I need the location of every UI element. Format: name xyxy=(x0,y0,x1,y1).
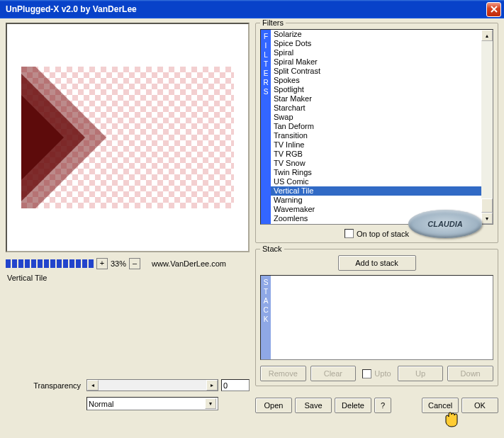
upto-checkbox[interactable] xyxy=(362,369,371,378)
blend-mode-value: Normal xyxy=(89,400,113,408)
transparency-input[interactable] xyxy=(221,379,250,391)
delete-button[interactable]: Delete xyxy=(335,398,371,413)
stack-list[interactable]: STACK xyxy=(260,275,493,360)
blend-mode-dropdown[interactable]: Normal ▾ xyxy=(86,397,218,410)
zoom-value: 33% xyxy=(111,259,126,268)
filter-item[interactable]: US Comic xyxy=(271,177,481,186)
preview-panel xyxy=(6,23,250,252)
open-button[interactable]: Open xyxy=(255,398,292,413)
chevron-left-icon[interactable]: ◂ xyxy=(87,380,99,391)
ontop-checkbox[interactable] xyxy=(345,229,354,238)
zoom-progress xyxy=(6,259,94,268)
filter-item[interactable]: Zoomlens xyxy=(271,214,481,223)
vendor-url: www.VanDerLee.com xyxy=(152,259,226,268)
stack-legend: Stack xyxy=(260,245,284,253)
chevron-right-icon[interactable]: ▸ xyxy=(206,380,218,391)
cancel-button[interactable]: Cancel xyxy=(422,398,459,413)
filter-item[interactable]: Spokes xyxy=(271,76,481,85)
filter-item[interactable]: Swap xyxy=(271,113,481,122)
filter-item[interactable]: Starchart xyxy=(271,103,481,113)
filter-item[interactable]: TV Inline xyxy=(271,140,481,150)
upto-label: Upto xyxy=(374,369,391,378)
save-button[interactable]: Save xyxy=(295,398,332,413)
down-button[interactable]: Down xyxy=(447,366,493,381)
chevron-up-icon[interactable]: ▴ xyxy=(481,30,493,41)
up-button[interactable]: Up xyxy=(398,366,444,381)
filter-item[interactable]: Vertical Tile xyxy=(271,186,481,196)
transparency-label: Transparency xyxy=(6,381,84,390)
filter-item[interactable]: Transition xyxy=(271,131,481,140)
filter-item[interactable]: Warning xyxy=(271,196,481,205)
filter-item[interactable]: Spice Dots xyxy=(271,39,481,48)
ontop-label: On top of stack xyxy=(357,230,409,238)
filters-list[interactable]: SolarizeSpice DotsSpiralSpiral MakerSpli… xyxy=(271,30,481,224)
window-title: UnPlugged-X v2.0 by VanDerLee xyxy=(3,4,486,14)
filters-legend: Filters xyxy=(260,18,286,27)
filter-item[interactable]: Star Maker xyxy=(271,94,481,103)
clear-button[interactable]: Clear xyxy=(310,366,357,381)
filter-item[interactable]: Twin Rings xyxy=(271,168,481,177)
zoom-in-button[interactable]: + xyxy=(96,258,108,269)
filter-item[interactable]: TV Snow xyxy=(271,159,481,168)
filters-tab[interactable]: FILTERS xyxy=(261,30,271,224)
scrollbar-thumb[interactable] xyxy=(481,198,493,213)
filter-item[interactable]: Spiral Maker xyxy=(271,57,481,67)
titlebar: UnPlugged-X v2.0 by VanDerLee xyxy=(0,0,504,18)
filter-item[interactable]: Wavemaker xyxy=(271,205,481,214)
transparency-scrollbar[interactable]: ◂ ▸ xyxy=(86,379,218,391)
stack-tab[interactable]: STACK xyxy=(261,276,271,359)
preview-image xyxy=(21,67,234,208)
filter-item[interactable]: Spiral xyxy=(271,48,481,57)
help-button[interactable]: ? xyxy=(374,398,391,413)
add-to-stack-button[interactable]: Add to stack xyxy=(338,255,416,271)
selected-filter-caption: Vertical Tile xyxy=(7,274,250,282)
ok-button[interactable]: OK xyxy=(461,398,498,413)
filter-item[interactable]: Tan Deform xyxy=(271,122,481,131)
remove-button[interactable]: Remove xyxy=(260,366,306,381)
filter-item[interactable]: TV RGB xyxy=(271,150,481,159)
chevron-down-icon[interactable]: ▾ xyxy=(481,213,493,224)
chevron-down-icon[interactable]: ▾ xyxy=(205,398,216,409)
filter-item[interactable]: Spotlight xyxy=(271,85,481,94)
filter-item[interactable]: Split Contrast xyxy=(271,67,481,76)
zoom-out-button[interactable]: – xyxy=(129,258,140,269)
filter-item[interactable]: Solarize xyxy=(271,30,481,39)
filters-scrollbar[interactable]: ▴ ▾ xyxy=(481,30,493,224)
close-icon[interactable] xyxy=(486,2,501,17)
stack-fieldset: Stack Add to stack STACK Remove Clear Up… xyxy=(255,249,498,386)
filters-fieldset: Filters FILTERS SolarizeSpice DotsSpiral… xyxy=(255,23,498,243)
